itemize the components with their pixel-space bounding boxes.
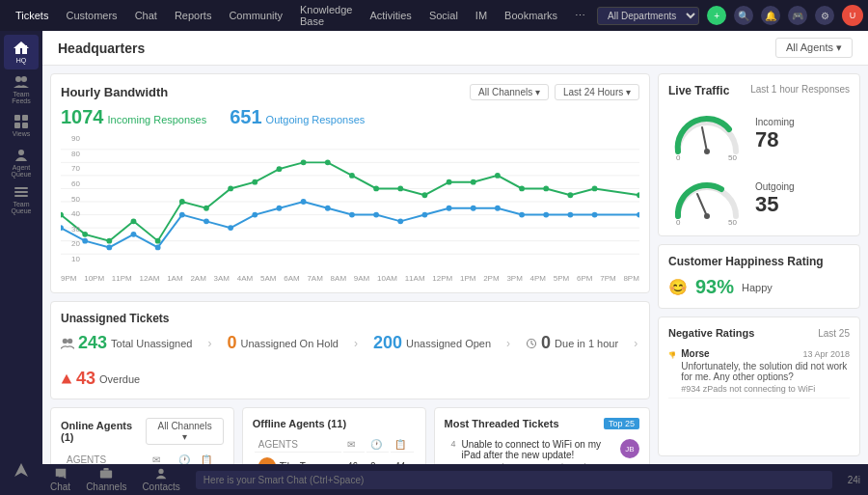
negative-ratings-period: Last 25 — [818, 328, 850, 339]
neg-person-name: Morse — [681, 348, 709, 359]
ticket-rank: 4 — [445, 439, 456, 464]
svg-marker-13 — [14, 463, 28, 477]
smart-chat-input[interactable] — [196, 471, 832, 489]
bottom-bar: Chat Channels Contacts 24i — [42, 464, 868, 495]
bandwidth-chart: 908070605040302010 — [61, 134, 639, 283]
online-agents-filter[interactable]: All Channels ▾ — [146, 418, 223, 445]
nav-chat[interactable]: Chat — [127, 6, 165, 25]
svg-point-45 — [592, 186, 598, 192]
nav-activities[interactable]: Activities — [362, 6, 419, 25]
svg-rect-5 — [14, 115, 20, 121]
sidebar-item-team-queue[interactable]: TeamQueue — [4, 181, 39, 216]
svg-point-57 — [301, 199, 307, 205]
list-item: 👎 Morse 13 Apr 2018 Unfortunately, the s… — [668, 344, 850, 399]
outgoing-gauge: 0 50 — [668, 173, 746, 226]
nav-tickets[interactable]: Tickets — [8, 6, 56, 25]
svg-point-25 — [106, 238, 112, 244]
list-item: 4 Unable to connect to WiFi on my iPad a… — [445, 435, 640, 464]
nav-community[interactable]: Community — [221, 6, 290, 25]
notification-icon[interactable]: 🔔 — [761, 6, 780, 25]
svg-point-40 — [471, 179, 476, 185]
outgoing-count: 651 — [230, 106, 261, 128]
bottom-channels[interactable]: Channels — [86, 467, 126, 492]
svg-point-48 — [82, 238, 88, 244]
svg-point-43 — [543, 186, 549, 192]
svg-point-64 — [471, 206, 476, 211]
svg-point-59 — [349, 212, 355, 218]
sidebar: HQ TeamFeeds Views AgentQueue TeamQueue — [0, 31, 42, 495]
people-icon — [61, 337, 74, 350]
svg-rect-12 — [14, 195, 28, 197]
sidebar-item-hq[interactable]: HQ — [4, 35, 39, 69]
channel-filter[interactable]: All Channels ▾ — [470, 84, 549, 100]
svg-point-65 — [495, 206, 501, 211]
nav-customers[interactable]: Customers — [58, 6, 124, 25]
svg-point-29 — [203, 206, 209, 211]
svg-rect-85 — [100, 471, 112, 479]
bottom-chat[interactable]: Chat — [50, 467, 70, 492]
threaded-title: Most Threaded Tickets — [445, 418, 559, 429]
svg-point-38 — [422, 192, 428, 198]
ticket-subject[interactable]: Unable to connect to WiFi on my iPad aft… — [462, 439, 615, 460]
bottom-contacts[interactable]: Contacts — [142, 467, 179, 492]
svg-point-41 — [495, 173, 501, 179]
bandwidth-stats: 1074 Incoming Responses 651 Outgoing Res… — [61, 106, 639, 128]
svg-point-46 — [637, 192, 639, 198]
overdue-label: Overdue — [99, 373, 140, 385]
total-unassigned-label: Total Unassigned — [111, 338, 192, 349]
svg-point-81 — [704, 213, 710, 219]
game-icon[interactable]: 🎮 — [788, 6, 807, 25]
svg-rect-6 — [22, 115, 28, 121]
user-avatar[interactable]: U — [842, 5, 863, 26]
nav-social[interactable]: Social — [421, 6, 466, 25]
nav-im[interactable]: IM — [468, 6, 495, 25]
nav-knowledge-base[interactable]: Knowledge Base — [292, 0, 360, 31]
sidebar-item-team-feeds[interactable]: TeamFeeds — [4, 71, 39, 106]
offline-agent-col2: 0 — [366, 454, 389, 464]
svg-point-72 — [68, 338, 72, 343]
svg-point-42 — [519, 186, 525, 192]
neg-ticket-ref: #934 zPads not connecting to WiFi — [681, 384, 850, 394]
online-agents-title: Online Agents (1) — [61, 420, 146, 443]
offline-col-header: AGENTS — [255, 437, 341, 453]
nav-reports[interactable]: Reports — [167, 6, 220, 25]
svg-point-9 — [18, 150, 24, 155]
svg-point-50 — [131, 232, 137, 237]
add-icon[interactable]: + — [707, 6, 726, 25]
sidebar-label-hq: HQ — [16, 57, 27, 64]
offline-agents-title: Offline Agents (11) — [253, 418, 346, 429]
negative-ratings-card: Negative Ratings Last 25 👎 Morse 13 Apr … — [658, 316, 860, 456]
offline-col-icon3: 📋 — [391, 437, 413, 453]
svg-point-53 — [203, 218, 209, 224]
svg-point-34 — [325, 159, 331, 165]
settings-icon[interactable]: ⚙ — [815, 6, 834, 25]
on-hold-number: 0 — [227, 333, 236, 353]
svg-point-27 — [155, 238, 161, 244]
svg-rect-7 — [14, 123, 20, 128]
due-number: 0 — [541, 333, 551, 353]
department-select[interactable]: All Departments — [597, 7, 699, 25]
sidebar-item-agent-queue[interactable]: AgentQueue — [4, 145, 39, 179]
svg-point-71 — [63, 338, 68, 343]
svg-point-69 — [592, 212, 598, 218]
svg-point-49 — [106, 245, 112, 251]
search-icon[interactable]: 🔍 — [734, 6, 753, 25]
offline-col-icon2: 🕐 — [366, 437, 389, 453]
live-traffic-title: Live Traffic — [668, 84, 729, 97]
sidebar-label-agent-queue: AgentQueue — [11, 164, 31, 178]
svg-point-58 — [325, 206, 331, 211]
time-filter[interactable]: Last 24 Hours ▾ — [555, 84, 639, 100]
offline-agent-col1: 46 — [343, 454, 365, 464]
nav-bookmarks[interactable]: Bookmarks — [497, 6, 565, 25]
clock-icon — [526, 338, 537, 349]
sidebar-item-nav[interactable] — [4, 453, 39, 487]
nav-more[interactable]: ⋯ — [567, 6, 593, 26]
incoming-label: Incoming Responses — [108, 114, 207, 125]
happy-icon: 😊 — [668, 278, 688, 296]
sidebar-item-views[interactable]: Views — [4, 108, 39, 143]
all-agents-button[interactable]: All Agents ▾ — [775, 38, 853, 58]
top25-badge: Top 25 — [604, 418, 639, 429]
outgoing-label: Outgoing Responses — [266, 114, 366, 125]
svg-rect-11 — [14, 191, 28, 193]
svg-point-55 — [252, 212, 258, 218]
